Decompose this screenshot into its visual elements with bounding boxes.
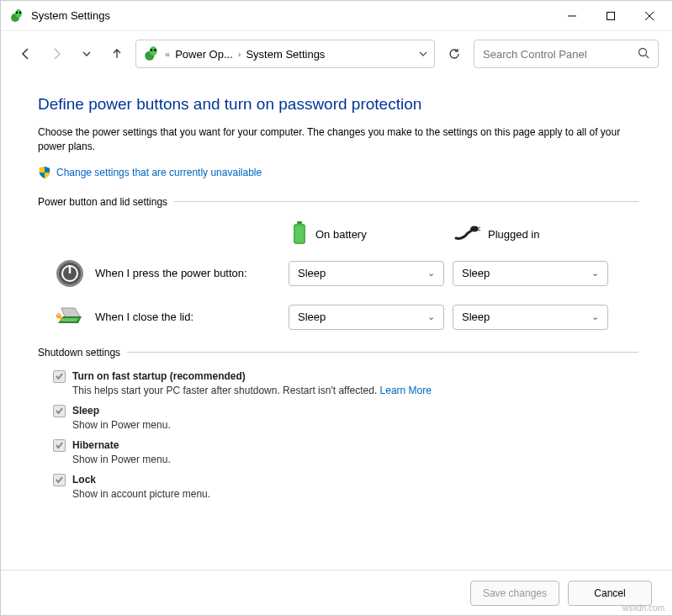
titlebar: System Settings	[1, 1, 672, 31]
footer: Save changes Cancel	[1, 570, 672, 615]
svg-rect-14	[297, 221, 302, 224]
fast-startup-checkbox[interactable]	[53, 370, 66, 383]
cancel-button[interactable]: Cancel	[568, 581, 652, 606]
column-label: On battery	[315, 228, 367, 241]
svg-line-13	[646, 55, 649, 58]
chevron-down-icon: ⌄	[427, 268, 435, 279]
chevron-right-icon: ›	[238, 49, 241, 59]
breadcrumb[interactable]: « Power Op... › System Settings	[135, 40, 435, 68]
checkbox-description: Show in Power menu.	[72, 454, 639, 465]
lid-plugged-select[interactable]: Sleep ⌄	[453, 305, 608, 330]
chevron-down-icon[interactable]	[419, 48, 427, 61]
lock-item: Lock Show in account picture menu.	[53, 474, 639, 500]
back-button[interactable]	[14, 42, 38, 66]
svg-point-12	[639, 48, 647, 56]
shield-icon	[38, 166, 51, 179]
page-description: Choose the power settings that you want …	[38, 125, 627, 154]
power-button-icon	[53, 259, 87, 288]
power-button-plugged-select[interactable]: Sleep ⌄	[453, 261, 608, 286]
checkbox-description: Show in account picture menu.	[72, 488, 639, 500]
battery-column: On battery	[290, 220, 454, 249]
column-headers: On battery Plugged in	[290, 220, 639, 249]
breadcrumb-sep: «	[165, 49, 170, 59]
power-section-header: Power button and lid settings	[38, 196, 639, 208]
column-label: Plugged in	[488, 228, 539, 241]
svg-point-10	[151, 49, 153, 51]
window-controls	[553, 3, 669, 29]
row-label: When I close the lid:	[87, 311, 289, 323]
breadcrumb-icon	[143, 45, 160, 62]
breadcrumb-item[interactable]: System Settings	[246, 48, 325, 61]
hibernate-item: Hibernate Show in Power menu.	[53, 439, 639, 465]
search-icon	[638, 47, 649, 61]
search-input[interactable]	[483, 48, 638, 61]
checkbox-label: Turn on fast startup (recommended)	[72, 370, 246, 382]
svg-point-9	[150, 46, 157, 56]
hibernate-checkbox[interactable]	[53, 439, 66, 452]
svg-point-17	[470, 226, 479, 231]
checkbox-description: This helps start your PC faster after sh…	[72, 385, 639, 396]
chevron-down-icon: ⌄	[427, 311, 435, 322]
select-value: Sleep	[298, 267, 326, 279]
power-button-row: When I press the power button: Sleep ⌄ S…	[38, 259, 639, 288]
power-button-battery-select[interactable]: Sleep ⌄	[289, 261, 444, 286]
toolbar: « Power Op... › System Settings	[1, 31, 672, 77]
checkbox-label: Hibernate	[72, 439, 119, 451]
lid-battery-select[interactable]: Sleep ⌄	[289, 305, 444, 330]
close-button[interactable]	[630, 3, 669, 29]
search-box[interactable]	[474, 40, 659, 68]
select-value: Sleep	[298, 311, 326, 323]
row-label: When I press the power button:	[87, 267, 289, 279]
select-value: Sleep	[462, 267, 490, 279]
learn-more-link[interactable]: Learn More	[380, 385, 432, 396]
lid-icon	[53, 305, 87, 330]
app-icon	[9, 8, 24, 24]
svg-rect-5	[607, 12, 615, 19]
svg-point-1	[15, 9, 22, 18]
page-heading: Define power buttons and turn on passwor…	[38, 95, 639, 114]
minimize-button[interactable]	[553, 3, 591, 29]
window-title: System Settings	[31, 9, 553, 22]
chevron-down-icon: ⌄	[591, 311, 599, 322]
maximize-button[interactable]	[591, 3, 630, 29]
svg-point-3	[19, 11, 21, 13]
lock-checkbox[interactable]	[53, 474, 66, 486]
svg-line-19	[478, 230, 480, 231]
battery-icon	[290, 220, 309, 249]
save-changes-button[interactable]: Save changes	[470, 581, 559, 606]
plugged-column: Plugged in	[454, 220, 618, 249]
checkbox-label: Sleep	[72, 405, 99, 417]
svg-rect-16	[295, 226, 304, 242]
admin-link-row: Change settings that are currently unava…	[38, 166, 639, 179]
svg-line-18	[478, 227, 480, 228]
plug-icon	[454, 225, 481, 244]
shutdown-section-header: Shutdown settings	[38, 347, 639, 358]
forward-button[interactable]	[45, 42, 68, 66]
fast-startup-item: Turn on fast startup (recommended) This …	[53, 370, 639, 396]
checkbox-description: Show in Power menu.	[72, 419, 639, 431]
lid-row: When I close the lid: Sleep ⌄ Sleep ⌄	[38, 305, 639, 330]
watermark: wsxdn.com	[623, 603, 665, 613]
divider	[127, 352, 639, 353]
divider	[174, 201, 639, 202]
select-value: Sleep	[462, 311, 490, 323]
refresh-button[interactable]	[442, 41, 467, 66]
sleep-item: Sleep Show in Power menu.	[53, 405, 639, 431]
chevron-down-icon: ⌄	[591, 268, 599, 279]
checkbox-label: Lock	[72, 474, 96, 486]
history-dropdown[interactable]	[75, 42, 98, 66]
up-button[interactable]	[105, 42, 129, 66]
content-area: Define power buttons and turn on passwor…	[1, 77, 672, 570]
change-settings-link[interactable]: Change settings that are currently unava…	[56, 167, 262, 178]
section-title: Power button and lid settings	[38, 196, 167, 208]
svg-point-2	[16, 11, 18, 13]
svg-point-11	[154, 49, 156, 51]
shutdown-settings-list: Turn on fast startup (recommended) This …	[53, 370, 639, 500]
breadcrumb-item[interactable]: Power Op...	[175, 48, 233, 61]
section-title: Shutdown settings	[38, 347, 120, 358]
sleep-checkbox[interactable]	[53, 405, 66, 417]
